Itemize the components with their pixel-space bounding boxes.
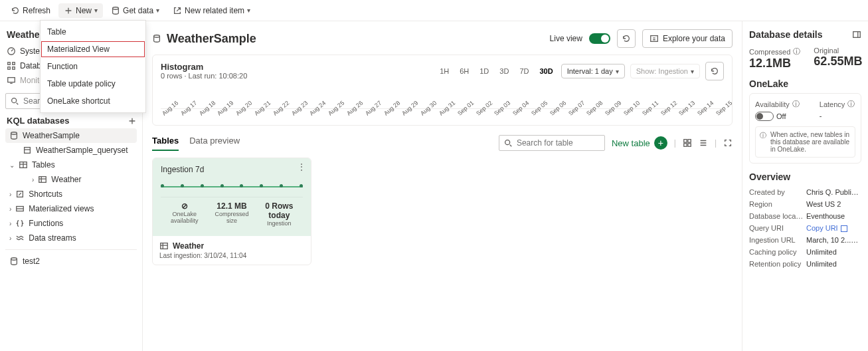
axis-tick: Aug 22 xyxy=(272,106,283,117)
metric-value: ⊘ xyxy=(163,201,205,211)
axis-tick: Sep 09 xyxy=(604,106,615,117)
svg-rect-6 xyxy=(8,78,15,82)
tree-label: Shortcuts xyxy=(29,189,62,199)
svg-point-14 xyxy=(11,258,17,261)
axis-tick: Aug 29 xyxy=(400,106,412,117)
live-view-label: Live view xyxy=(550,34,582,43)
overview-value: West US 2 xyxy=(806,200,861,208)
metric-value: 0 Rows today xyxy=(258,201,300,220)
refresh-label: Refresh xyxy=(23,6,50,15)
svg-rect-3 xyxy=(13,62,15,65)
table-search[interactable] xyxy=(499,135,605,151)
tree-table-weather[interactable]: › Weather xyxy=(5,172,137,187)
new-related-button[interactable]: New related item ▾ xyxy=(167,3,256,18)
plus-icon[interactable] xyxy=(128,116,137,126)
axis-tick: Sep 14 xyxy=(696,106,707,117)
overview-row: Created byChris Q. Public, March 10, 1..… xyxy=(749,186,861,198)
axis-tick: Sep 04 xyxy=(511,106,523,117)
new-table-button[interactable]: New table + xyxy=(612,136,667,150)
axis-tick: Sep 06 xyxy=(549,106,560,117)
grid-view-icon[interactable] xyxy=(683,138,692,148)
tile-table-name: Weather xyxy=(159,241,304,251)
function-icon xyxy=(15,219,25,228)
svg-rect-19 xyxy=(688,140,691,142)
tree-db-test2[interactable]: test2 xyxy=(5,254,137,269)
onelake-toggle[interactable] xyxy=(755,112,774,121)
list-view-icon[interactable] xyxy=(699,138,708,148)
copy-icon[interactable] xyxy=(841,225,847,232)
axis-tick: Sep 05 xyxy=(530,106,541,117)
range-1d[interactable]: 1D xyxy=(477,66,491,76)
tree-data-streams[interactable]: › Data streams xyxy=(5,231,137,245)
range-30d[interactable]: 30D xyxy=(537,66,555,76)
dd-item-table[interactable]: Table xyxy=(41,23,145,41)
refresh-button[interactable]: Refresh xyxy=(5,3,56,18)
tab-data-preview[interactable]: Data preview xyxy=(189,136,240,150)
page-title-text: WeatherSample xyxy=(167,32,256,46)
dd-item-onelake-shortcut[interactable]: OneLake shortcut xyxy=(41,92,145,110)
info-icon[interactable]: ⓘ xyxy=(847,99,855,109)
database-icon xyxy=(9,131,19,140)
compressed-value: 12.1MB xyxy=(749,57,800,70)
tree-db-weathersample[interactable]: WeatherSample xyxy=(5,128,137,143)
expand-panel-icon[interactable] xyxy=(852,30,861,39)
copy-uri-link[interactable]: Copy URI xyxy=(851,236,861,244)
hist-last-run: Last run: 10:08:20 xyxy=(189,72,248,80)
tree-materialized-views[interactable]: › Materialized views xyxy=(5,201,137,216)
info-icon[interactable]: ⓘ xyxy=(793,47,800,57)
chevron-down-icon: ▾ xyxy=(247,7,250,14)
overview-value: Copy URI xyxy=(806,224,861,232)
new-button[interactable]: New ▾ xyxy=(58,3,103,18)
tree-shortcuts[interactable]: › Shortcuts xyxy=(5,187,137,201)
range-1h[interactable]: 1H xyxy=(437,66,452,76)
refresh-hist-button[interactable] xyxy=(705,62,724,80)
tree-label: Materialized views xyxy=(29,204,94,213)
explore-icon xyxy=(650,34,659,43)
sparkline xyxy=(161,181,303,193)
get-data-button[interactable]: Get data ▾ xyxy=(106,3,165,18)
svg-rect-11 xyxy=(39,177,46,183)
tab-tables[interactable]: Tables xyxy=(152,136,179,151)
toolbar: Refresh New ▾ Get data ▾ New related ite… xyxy=(0,0,868,21)
expand-icon[interactable] xyxy=(723,138,733,148)
histogram-axis: Aug 16Aug 17Aug 18Aug 19Aug 20Aug 21Aug … xyxy=(161,109,724,118)
overview-key: Database locati... xyxy=(749,212,804,220)
latency-label: Latency xyxy=(820,100,845,108)
live-view-toggle[interactable] xyxy=(589,33,610,44)
svg-rect-20 xyxy=(684,144,687,146)
axis-tick: Sep 15 xyxy=(715,106,726,117)
range-7d[interactable]: 7D xyxy=(517,66,531,76)
copy-uri-link[interactable]: Copy URI xyxy=(806,224,838,232)
chevron-right-icon: › xyxy=(9,235,11,242)
svg-point-17 xyxy=(505,140,510,145)
chevron-down-icon: ▾ xyxy=(616,68,619,75)
interval-dropdown[interactable]: Interval: 1 day ▾ xyxy=(561,64,625,78)
new-table-label: New table xyxy=(612,138,650,148)
explore-data-button[interactable]: Explore your data xyxy=(642,29,733,48)
search-icon xyxy=(10,96,19,106)
dd-item-materialized-view[interactable]: Materialized View xyxy=(41,41,145,58)
tree-queryset[interactable]: WeatherSample_queryset xyxy=(5,143,137,158)
info-icon[interactable]: ⓘ xyxy=(792,99,800,109)
tree-functions[interactable]: › Functions xyxy=(5,216,137,231)
info-icon: ⓘ xyxy=(760,131,766,153)
refresh-main-button[interactable] xyxy=(617,29,636,48)
new-dropdown: Table Materialized View Function Table u… xyxy=(40,20,146,113)
tile-more-button[interactable]: ⋮ xyxy=(298,162,305,172)
axis-tick: Sep 12 xyxy=(659,106,671,117)
chevron-down-icon: ▾ xyxy=(94,7,98,14)
tabs: Tables Data preview xyxy=(152,136,240,150)
original-value: 62.55MB xyxy=(814,55,862,68)
range-3d[interactable]: 3D xyxy=(497,66,511,76)
table-tile-weather[interactable]: ⋮ Ingestion 7d ⊘ OneLake availability 12… xyxy=(152,158,311,265)
dd-item-table-update-policy[interactable]: Table update policy xyxy=(41,75,145,92)
axis-tick: Aug 20 xyxy=(234,106,246,117)
overview-value: Unlimited xyxy=(806,248,861,256)
tree-tables[interactable]: ⌄ Tables xyxy=(5,158,137,172)
overview-row: Ingestion URLMarch, 10 2...Copy URI xyxy=(749,234,861,246)
histogram-card: Histogram 0 rows · Last run: 10:08:20 1H… xyxy=(152,55,733,126)
dd-item-function[interactable]: Function xyxy=(41,58,145,75)
chevron-right-icon: › xyxy=(9,205,11,213)
table-search-input[interactable] xyxy=(517,138,600,148)
range-6h[interactable]: 6H xyxy=(457,66,472,76)
